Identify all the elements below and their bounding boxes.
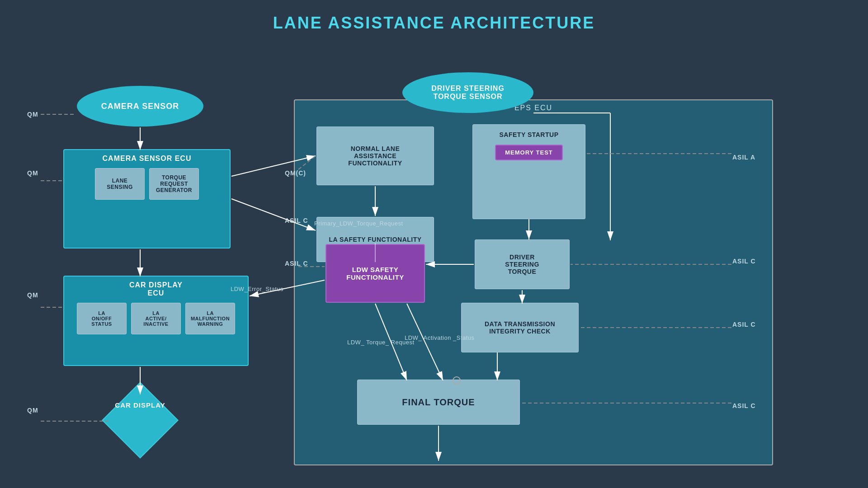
final-torque-box: FINAL TORQUE: [357, 380, 520, 425]
la-safety-label: LA SAFETY FUNCTIONALITY: [329, 236, 421, 243]
eps-ecu-label: EPS ECU: [514, 104, 552, 112]
camera-sensor-ellipse: CAMERA SENSOR: [77, 86, 203, 127]
asil-c-label-4: ASIL C: [732, 321, 756, 328]
qm-label-1: QM: [27, 111, 38, 118]
la-active-box: LA ACTIVE/ INACTIVE: [131, 303, 181, 334]
page-title: LANE ASSISTANCE ARCHITECTURE: [0, 0, 868, 42]
ldw-safety-box: LDW SAFETY FUNCTIONALITY: [326, 244, 425, 303]
asil-c-label-2: ASIL C: [285, 260, 308, 267]
qm-label-2: QM: [27, 169, 38, 177]
normal-lane-box: NORMAL LANE ASSISTANCE FUNCTIONALITY: [316, 127, 434, 185]
data-transmission-label: DATA TRANSMISSION INTEGRITY CHECK: [485, 320, 555, 335]
ldw-error-label: LDW_Error_Status: [231, 286, 283, 292]
asil-c-label-5: ASIL C: [732, 402, 756, 409]
qm-c-label: QM(C): [285, 169, 306, 177]
car-display-diamond: [102, 382, 179, 459]
safety-startup-title: SAFETY STARTUP: [500, 131, 559, 138]
camera-sensor-ecu-title: CAMERA SENSOR ECU: [103, 150, 192, 166]
lane-sensing-box: LANE SENSING: [95, 168, 145, 200]
qm-label-4: QM: [27, 407, 38, 414]
camera-sensor-label: CAMERA SENSOR: [101, 102, 179, 111]
camera-sensor-ecu: CAMERA SENSOR ECU LANE SENSING TORQUE RE…: [63, 149, 231, 249]
memory-test-box: MEMORY TEST: [495, 145, 563, 160]
qm-label-3: QM: [27, 291, 38, 299]
driver-steering-torque-box: DRIVER STEERING TORQUE: [475, 239, 570, 289]
car-display-ecu-title: CAR DISPLAY ECU: [129, 277, 183, 301]
car-display-inner-row: LA ON/OFF STATUS LA ACTIVE/ INACTIVE LA …: [77, 303, 235, 334]
driver-steering-sensor-label: DRIVER STEERING TORQUE SENSOR: [431, 84, 505, 101]
car-display-ecu: CAR DISPLAY ECU LA ON/OFF STATUS LA ACTI…: [63, 276, 249, 366]
driver-steering-torque-label: DRIVER STEERING TORQUE: [505, 253, 539, 275]
safety-startup-container: SAFETY STARTUP MEMORY TEST: [472, 124, 585, 219]
asil-a-label: ASIL A: [732, 154, 755, 161]
normal-lane-label: NORMAL LANE ASSISTANCE FUNCTIONALITY: [348, 145, 402, 167]
la-malfunction-box: LA MALFUNCTION WARNING: [185, 303, 235, 334]
final-torque-label: FINAL TORQUE: [402, 397, 475, 408]
asil-c-label-1: ASIL C: [285, 217, 308, 224]
asil-c-label-3: ASIL C: [732, 258, 756, 265]
primary-ldw-label: Primary_LDW_Torque_Request: [314, 220, 403, 227]
inner-boxes-row: LANE SENSING TORQUE REQUEST GENERATOR: [95, 168, 199, 200]
ldw-safety-label: LDW SAFETY FUNCTIONALITY: [346, 266, 404, 281]
data-transmission-box: DATA TRANSMISSION INTEGRITY CHECK: [461, 303, 579, 352]
la-on-off-box: LA ON/OFF STATUS: [77, 303, 127, 334]
diagram-container: EPS ECU CAMERA SENSOR DRIVER STEERING TO…: [0, 36, 868, 488]
driver-steering-sensor-ellipse: DRIVER STEERING TORQUE SENSOR: [402, 72, 533, 113]
ldw-activation-label: LDW_ Activation _Status: [405, 334, 475, 341]
torque-request-gen-box: TORQUE REQUEST GENERATOR: [149, 168, 199, 200]
